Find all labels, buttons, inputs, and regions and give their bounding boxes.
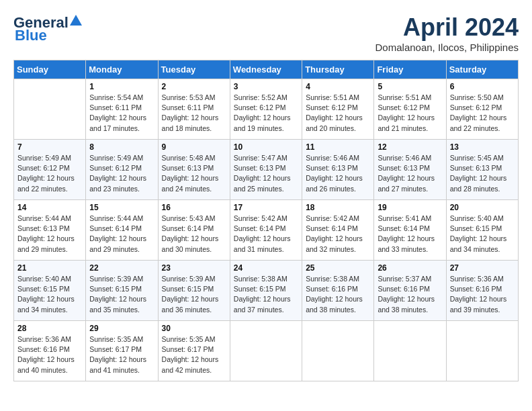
- calendar-cell: [374, 321, 446, 381]
- day-info: Sunrise: 5:49 AMSunset: 6:12 PMDaylight:…: [89, 153, 154, 194]
- page-header: General Blue April 2024 Domalanoan, Iloc…: [13, 13, 519, 53]
- calendar-cell: 3Sunrise: 5:52 AMSunset: 6:12 PMDaylight…: [230, 79, 302, 140]
- calendar-day-header: Saturday: [446, 60, 518, 79]
- day-number: 8: [89, 142, 154, 152]
- calendar-cell: 6Sunrise: 5:50 AMSunset: 6:12 PMDaylight…: [446, 79, 518, 140]
- calendar-cell: 25Sunrise: 5:38 AMSunset: 6:16 PMDayligh…: [302, 261, 374, 321]
- day-info: Sunrise: 5:42 AMSunset: 6:14 PMDaylight:…: [306, 214, 370, 255]
- day-number: 15: [89, 203, 154, 212]
- day-number: 4: [306, 82, 370, 91]
- calendar-cell: 8Sunrise: 5:49 AMSunset: 6:12 PMDaylight…: [86, 140, 158, 200]
- title-section: April 2024 Domalanoan, Ilocos, Philippin…: [375, 13, 519, 53]
- calendar-cell: 29Sunrise: 5:35 AMSunset: 6:17 PMDayligh…: [86, 321, 158, 381]
- calendar-cell: 17Sunrise: 5:42 AMSunset: 6:14 PMDayligh…: [230, 200, 302, 261]
- day-number: 16: [162, 203, 226, 212]
- svg-marker-0: [70, 15, 82, 26]
- day-number: 9: [162, 142, 226, 152]
- day-number: 27: [450, 263, 515, 273]
- day-number: 6: [450, 82, 515, 91]
- calendar-cell: 2Sunrise: 5:53 AMSunset: 6:11 PMDaylight…: [158, 79, 230, 140]
- day-info: Sunrise: 5:38 AMSunset: 6:16 PMDaylight:…: [306, 274, 370, 315]
- calendar-day-header: Thursday: [302, 60, 374, 79]
- month-title: April 2024: [375, 13, 519, 42]
- calendar-week-row: 14Sunrise: 5:44 AMSunset: 6:13 PMDayligh…: [14, 200, 519, 261]
- day-info: Sunrise: 5:35 AMSunset: 6:17 PMDaylight:…: [89, 334, 154, 375]
- calendar-day-header: Tuesday: [158, 60, 230, 79]
- calendar-cell: 24Sunrise: 5:38 AMSunset: 6:15 PMDayligh…: [230, 261, 302, 321]
- calendar-cell: 30Sunrise: 5:35 AMSunset: 6:17 PMDayligh…: [158, 321, 230, 381]
- calendar-cell: 19Sunrise: 5:41 AMSunset: 6:14 PMDayligh…: [374, 200, 446, 261]
- day-info: Sunrise: 5:45 AMSunset: 6:13 PMDaylight:…: [450, 153, 515, 194]
- logo: General Blue: [13, 13, 83, 44]
- calendar-cell: [302, 321, 374, 381]
- calendar-cell: [446, 321, 518, 381]
- calendar-cell: 21Sunrise: 5:40 AMSunset: 6:15 PMDayligh…: [14, 261, 86, 321]
- location: Domalanoan, Ilocos, Philippines: [375, 42, 519, 53]
- calendar-week-row: 7Sunrise: 5:49 AMSunset: 6:12 PMDaylight…: [14, 140, 519, 200]
- day-number: 22: [89, 263, 154, 273]
- day-info: Sunrise: 5:51 AMSunset: 6:12 PMDaylight:…: [378, 93, 442, 134]
- day-info: Sunrise: 5:35 AMSunset: 6:17 PMDaylight:…: [162, 334, 226, 375]
- calendar-cell: 1Sunrise: 5:54 AMSunset: 6:11 PMDaylight…: [86, 79, 158, 140]
- day-info: Sunrise: 5:40 AMSunset: 6:15 PMDaylight:…: [450, 214, 515, 255]
- calendar-week-row: 21Sunrise: 5:40 AMSunset: 6:15 PMDayligh…: [14, 261, 519, 321]
- calendar-cell: 4Sunrise: 5:51 AMSunset: 6:12 PMDaylight…: [302, 79, 374, 140]
- day-info: Sunrise: 5:39 AMSunset: 6:15 PMDaylight:…: [162, 274, 226, 315]
- day-info: Sunrise: 5:47 AMSunset: 6:13 PMDaylight:…: [234, 153, 298, 194]
- day-info: Sunrise: 5:43 AMSunset: 6:14 PMDaylight:…: [162, 214, 226, 255]
- day-number: 14: [17, 203, 82, 212]
- calendar-week-row: 28Sunrise: 5:36 AMSunset: 6:16 PMDayligh…: [14, 321, 519, 381]
- day-info: Sunrise: 5:53 AMSunset: 6:11 PMDaylight:…: [162, 93, 226, 134]
- day-info: Sunrise: 5:40 AMSunset: 6:15 PMDaylight:…: [17, 274, 82, 315]
- calendar-cell: 9Sunrise: 5:48 AMSunset: 6:13 PMDaylight…: [158, 140, 230, 200]
- calendar-cell: 16Sunrise: 5:43 AMSunset: 6:14 PMDayligh…: [158, 200, 230, 261]
- day-info: Sunrise: 5:51 AMSunset: 6:12 PMDaylight:…: [306, 93, 370, 134]
- calendar-cell: 11Sunrise: 5:46 AMSunset: 6:13 PMDayligh…: [302, 140, 374, 200]
- day-number: 23: [162, 263, 226, 273]
- calendar-cell: 27Sunrise: 5:36 AMSunset: 6:16 PMDayligh…: [446, 261, 518, 321]
- day-number: 30: [162, 324, 226, 333]
- day-info: Sunrise: 5:36 AMSunset: 6:16 PMDaylight:…: [17, 334, 82, 375]
- calendar-cell: 15Sunrise: 5:44 AMSunset: 6:14 PMDayligh…: [86, 200, 158, 261]
- calendar-day-header: Sunday: [14, 60, 86, 79]
- calendar-cell: 12Sunrise: 5:46 AMSunset: 6:13 PMDayligh…: [374, 140, 446, 200]
- day-number: 12: [378, 142, 442, 152]
- day-info: Sunrise: 5:44 AMSunset: 6:13 PMDaylight:…: [17, 214, 82, 255]
- day-number: 21: [17, 263, 82, 273]
- calendar-day-header: Wednesday: [230, 60, 302, 79]
- day-number: 1: [89, 82, 154, 91]
- day-number: 5: [378, 82, 442, 91]
- day-info: Sunrise: 5:36 AMSunset: 6:16 PMDaylight:…: [450, 274, 515, 315]
- day-number: 20: [450, 203, 515, 212]
- day-info: Sunrise: 5:46 AMSunset: 6:13 PMDaylight:…: [306, 153, 370, 194]
- day-number: 7: [17, 142, 82, 152]
- day-info: Sunrise: 5:49 AMSunset: 6:12 PMDaylight:…: [17, 153, 82, 194]
- day-info: Sunrise: 5:52 AMSunset: 6:12 PMDaylight:…: [234, 93, 298, 134]
- calendar-week-row: 1Sunrise: 5:54 AMSunset: 6:11 PMDaylight…: [14, 79, 519, 140]
- day-number: 13: [450, 142, 515, 152]
- calendar-cell: 14Sunrise: 5:44 AMSunset: 6:13 PMDayligh…: [14, 200, 86, 261]
- calendar-day-header: Friday: [374, 60, 446, 79]
- calendar-header: SundayMondayTuesdayWednesdayThursdayFrid…: [14, 60, 519, 79]
- day-info: Sunrise: 5:38 AMSunset: 6:15 PMDaylight:…: [234, 274, 298, 315]
- day-number: 28: [17, 324, 82, 333]
- day-number: 10: [234, 142, 298, 152]
- day-info: Sunrise: 5:48 AMSunset: 6:13 PMDaylight:…: [162, 153, 226, 194]
- day-info: Sunrise: 5:41 AMSunset: 6:14 PMDaylight:…: [378, 214, 442, 255]
- logo-triangle-icon: [69, 13, 83, 28]
- calendar-cell: 5Sunrise: 5:51 AMSunset: 6:12 PMDaylight…: [374, 79, 446, 140]
- calendar-cell: 26Sunrise: 5:37 AMSunset: 6:16 PMDayligh…: [374, 261, 446, 321]
- logo-blue: Blue: [15, 27, 47, 44]
- day-number: 11: [306, 142, 370, 152]
- calendar-cell: [14, 79, 86, 140]
- calendar-cell: 13Sunrise: 5:45 AMSunset: 6:13 PMDayligh…: [446, 140, 518, 200]
- calendar-cell: 7Sunrise: 5:49 AMSunset: 6:12 PMDaylight…: [14, 140, 86, 200]
- day-number: 29: [89, 324, 154, 333]
- calendar-cell: 22Sunrise: 5:39 AMSunset: 6:15 PMDayligh…: [86, 261, 158, 321]
- calendar-table: SundayMondayTuesdayWednesdayThursdayFrid…: [13, 60, 519, 381]
- day-number: 17: [234, 203, 298, 212]
- day-info: Sunrise: 5:37 AMSunset: 6:16 PMDaylight:…: [378, 274, 442, 315]
- calendar-cell: 28Sunrise: 5:36 AMSunset: 6:16 PMDayligh…: [14, 321, 86, 381]
- day-number: 18: [306, 203, 370, 212]
- day-info: Sunrise: 5:50 AMSunset: 6:12 PMDaylight:…: [450, 93, 515, 134]
